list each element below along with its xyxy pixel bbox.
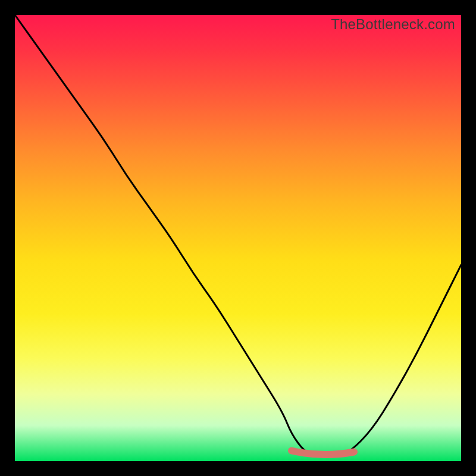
chart-svg [15,15,461,461]
chart-plot-area: TheBottleneck.com [15,15,461,461]
optimum-marker-path [292,451,354,455]
chart-frame: TheBottleneck.com [0,0,476,476]
bottleneck-curve-path [15,15,461,457]
